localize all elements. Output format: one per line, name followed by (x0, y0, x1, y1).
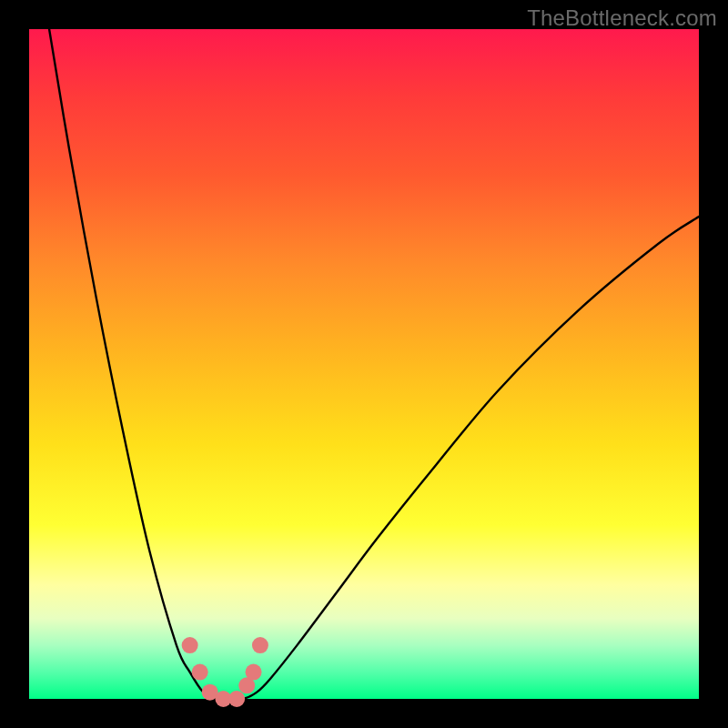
highlight-dot (182, 637, 198, 653)
highlight-dots (182, 637, 268, 707)
plot-area (29, 29, 699, 699)
highlight-dot (252, 637, 268, 653)
highlight-dot (228, 691, 245, 707)
watermark-label: TheBottleneck.com (527, 5, 717, 31)
highlight-dot (246, 664, 262, 681)
bottleneck-curve (49, 29, 699, 700)
curve-svg (29, 29, 699, 699)
highlight-dot (192, 664, 208, 681)
chart-frame: TheBottleneck.com (0, 0, 728, 728)
